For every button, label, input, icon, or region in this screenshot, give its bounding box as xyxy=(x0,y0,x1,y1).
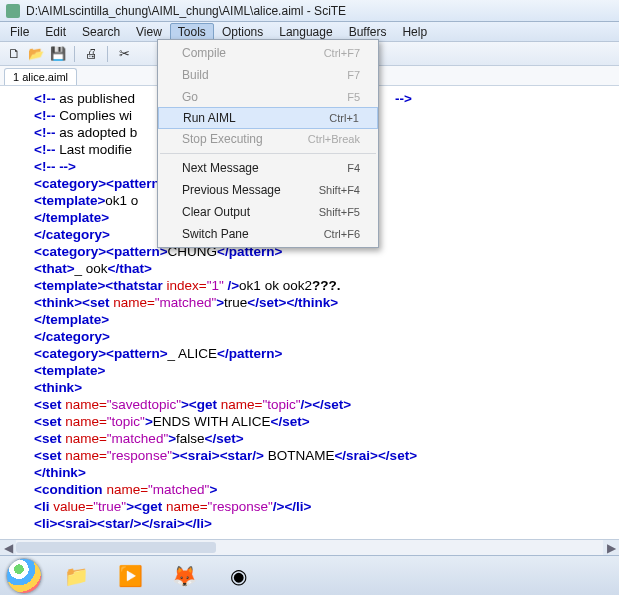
menu-run-aiml[interactable]: Run AIMLCtrl+1 xyxy=(158,107,378,129)
separator xyxy=(160,153,376,154)
menu-compile[interactable]: CompileCtrl+F7 xyxy=(158,42,378,64)
tab-file[interactable]: 1 alice.aiml xyxy=(4,68,77,85)
start-button[interactable] xyxy=(6,558,42,594)
cut-icon[interactable]: ✂ xyxy=(114,44,134,64)
firefox-icon[interactable]: 🦊 xyxy=(164,562,204,590)
menu-view[interactable]: View xyxy=(128,23,170,41)
scroll-left-icon[interactable]: ◀ xyxy=(0,540,16,556)
app-icon xyxy=(6,4,20,18)
taskbar: 📁 ▶️ 🦊 ◉ xyxy=(0,555,619,595)
horizontal-scrollbar[interactable]: ◀ ▶ xyxy=(0,539,619,555)
print-icon[interactable]: 🖨 xyxy=(81,44,101,64)
menu-previous-message[interactable]: Previous MessageShift+F4 xyxy=(158,179,378,201)
tools-dropdown: CompileCtrl+F7 BuildF7 GoF5 Run AIMLCtrl… xyxy=(157,39,379,248)
menu-next-message[interactable]: Next MessageF4 xyxy=(158,157,378,179)
menu-switch-pane[interactable]: Switch PaneCtrl+F6 xyxy=(158,223,378,245)
new-icon[interactable]: 🗋 xyxy=(4,44,24,64)
open-icon[interactable]: 📂 xyxy=(26,44,46,64)
scroll-right-icon[interactable]: ▶ xyxy=(603,540,619,556)
menu-search[interactable]: Search xyxy=(74,23,128,41)
menu-tools[interactable]: Tools xyxy=(170,23,214,41)
menu-options[interactable]: Options xyxy=(214,23,271,41)
menu-buffers[interactable]: Buffers xyxy=(341,23,395,41)
menu-language[interactable]: Language xyxy=(271,23,340,41)
menu-file[interactable]: File xyxy=(2,23,37,41)
scroll-thumb[interactable] xyxy=(16,542,216,553)
save-icon[interactable]: 💾 xyxy=(48,44,68,64)
app-icon[interactable]: ◉ xyxy=(218,562,258,590)
menu-build[interactable]: BuildF7 xyxy=(158,64,378,86)
menu-go[interactable]: GoF5 xyxy=(158,86,378,108)
separator xyxy=(107,46,108,62)
folder-icon[interactable]: 📁 xyxy=(56,562,96,590)
media-icon[interactable]: ▶️ xyxy=(110,562,150,590)
window-title: D:\AIMLscintilla_chung\AIML_chung\AIML\a… xyxy=(26,4,346,18)
menu-edit[interactable]: Edit xyxy=(37,23,74,41)
menu-help[interactable]: Help xyxy=(394,23,435,41)
titlebar: D:\AIMLscintilla_chung\AIML_chung\AIML\a… xyxy=(0,0,619,22)
menu-clear-output[interactable]: Clear OutputShift+F5 xyxy=(158,201,378,223)
menu-stop-executing[interactable]: Stop ExecutingCtrl+Break xyxy=(158,128,378,150)
separator xyxy=(74,46,75,62)
